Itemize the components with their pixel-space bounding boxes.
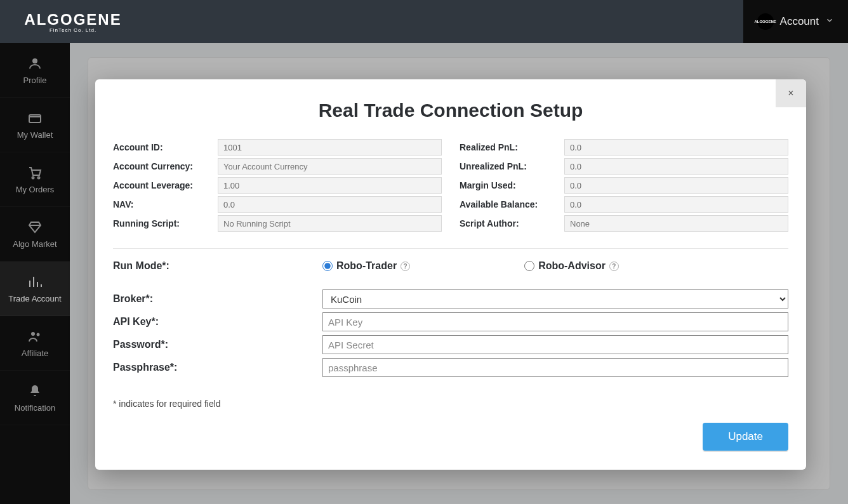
- sidebar-item-label: Profile: [23, 76, 47, 85]
- logo-text: ALGOGENE: [24, 11, 121, 29]
- input-margin-used[interactable]: [564, 177, 788, 194]
- sidebar-item-label: Notification: [15, 403, 55, 413]
- sidebar-item-algomarket[interactable]: Algo Market: [0, 207, 70, 262]
- broker-select[interactable]: KuCoin: [322, 289, 788, 308]
- sidebar-item-label: My Wallet: [17, 130, 53, 140]
- label-nav: NAV:: [113, 199, 218, 209]
- radio-robo-trader[interactable]: Robo-Trader ?: [322, 260, 410, 272]
- radio-robo-advisor-input[interactable]: [524, 261, 534, 271]
- input-available-balance[interactable]: [564, 196, 788, 213]
- input-account-id[interactable]: [218, 139, 442, 156]
- info-left-column: Account ID: Account Currency: Account Le…: [113, 139, 442, 234]
- info-right-column: Realized PnL: Unrealized PnL: Margin Use…: [460, 139, 788, 234]
- bell-icon: [27, 383, 43, 399]
- svg-point-4: [31, 332, 35, 336]
- label-account-currency: Account Currency:: [113, 161, 218, 171]
- account-label: Account: [780, 15, 819, 28]
- passphrase-input[interactable]: [322, 358, 788, 377]
- radio-robo-advisor[interactable]: Robo-Advisor ?: [524, 260, 619, 272]
- wallet-icon: [27, 110, 43, 126]
- input-account-leverage[interactable]: [218, 177, 442, 194]
- help-icon[interactable]: ?: [609, 262, 619, 271]
- input-running-script[interactable]: [218, 215, 442, 232]
- input-account-currency[interactable]: [218, 158, 442, 175]
- input-unrealized-pnl[interactable]: [564, 158, 788, 175]
- api-key-input[interactable]: [322, 312, 788, 331]
- svg-point-2: [32, 176, 34, 178]
- topbar: ALGOGENE FinTech Co. Ltd. ALGOGENE Accou…: [0, 0, 848, 43]
- sidebar-item-profile[interactable]: Profile: [0, 43, 70, 98]
- update-button[interactable]: Update: [703, 423, 788, 451]
- input-nav[interactable]: [218, 196, 442, 213]
- close-button[interactable]: ×: [776, 79, 806, 107]
- logo-subtext: FinTech Co. Ltd.: [50, 27, 96, 33]
- input-script-author[interactable]: [564, 215, 788, 232]
- chart-icon: [27, 274, 43, 289]
- label-run-mode: Run Mode*:: [113, 260, 322, 272]
- sidebar: Profile My Wallet My Orders Algo Market …: [0, 43, 70, 504]
- label-script-author: Script Author:: [460, 218, 564, 229]
- logo[interactable]: ALGOGENE FinTech Co. Ltd.: [0, 0, 146, 43]
- label-realized-pnl: Realized PnL:: [460, 142, 564, 152]
- label-margin-used: Margin Used:: [460, 180, 564, 190]
- connection-form: Run Mode*: Robo-Trader ? Robo-Advisor ? …: [95, 260, 806, 377]
- sidebar-item-label: Trade Account: [8, 294, 61, 303]
- help-icon[interactable]: ?: [401, 262, 410, 271]
- diamond-icon: [27, 220, 43, 235]
- chevron-down-icon: [825, 15, 834, 28]
- sidebar-item-label: Algo Market: [13, 239, 56, 249]
- sidebar-item-label: Affiliate: [22, 348, 48, 358]
- password-input[interactable]: [322, 335, 788, 354]
- account-menu[interactable]: ALGOGENE Account: [743, 0, 848, 43]
- sidebar-item-tradeaccount[interactable]: Trade Account: [0, 262, 70, 316]
- svg-point-3: [38, 176, 40, 178]
- svg-point-5: [37, 333, 40, 336]
- label-available-balance: Available Balance:: [460, 199, 564, 209]
- svg-rect-1: [29, 115, 41, 123]
- cart-icon: [27, 165, 43, 180]
- account-avatar-icon: ALGOGENE: [757, 13, 774, 30]
- user-icon: [27, 56, 43, 71]
- run-mode-radio-group: Robo-Trader ? Robo-Advisor ?: [322, 260, 788, 272]
- account-info-grid: Account ID: Account Currency: Account Le…: [95, 139, 806, 234]
- sidebar-item-affiliate[interactable]: Affiliate: [0, 316, 70, 371]
- divider: [113, 248, 788, 249]
- label-password: Password*:: [113, 339, 322, 350]
- label-passphrase: Passphrase*:: [113, 362, 322, 373]
- label-running-script: Running Script:: [113, 218, 218, 229]
- label-account-id: Account ID:: [113, 142, 218, 152]
- required-note: * indicates for required field: [95, 381, 806, 409]
- sidebar-item-orders[interactable]: My Orders: [0, 152, 70, 207]
- radio-robo-trader-label: Robo-Trader: [336, 260, 397, 272]
- label-account-leverage: Account Leverage:: [113, 180, 218, 190]
- connection-setup-modal: × Real Trade Connection Setup Account ID…: [95, 79, 806, 470]
- sidebar-item-label: My Orders: [16, 185, 55, 194]
- label-unrealized-pnl: Unrealized PnL:: [460, 161, 564, 171]
- label-api-key: API Key*:: [113, 316, 322, 328]
- radio-robo-trader-input[interactable]: [322, 261, 333, 271]
- sidebar-item-wallet[interactable]: My Wallet: [0, 98, 70, 152]
- users-icon: [27, 329, 43, 344]
- radio-robo-advisor-label: Robo-Advisor: [538, 260, 606, 272]
- sidebar-item-notification[interactable]: Notification: [0, 371, 70, 425]
- svg-point-0: [32, 58, 37, 63]
- input-realized-pnl[interactable]: [564, 139, 788, 156]
- modal-title: Real Trade Connection Setup: [95, 79, 806, 139]
- modal-footer: Update: [95, 409, 806, 451]
- close-icon: ×: [788, 88, 793, 99]
- label-broker: Broker*:: [113, 293, 322, 305]
